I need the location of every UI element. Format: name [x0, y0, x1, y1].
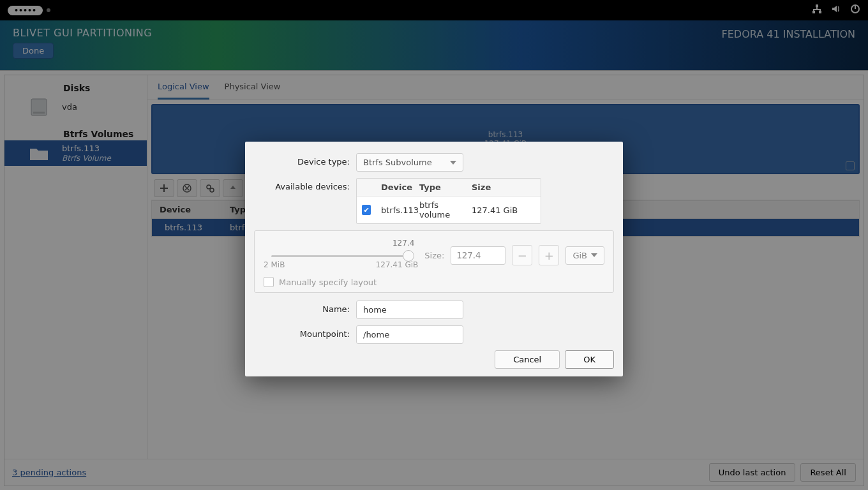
cancel-button[interactable]: Cancel: [495, 350, 560, 369]
device-type-label: Device type:: [254, 153, 356, 167]
available-devices-table: Device Type Size ✔ btrfs.113 btrfs volum…: [356, 178, 541, 224]
mountpoint-input[interactable]: [356, 325, 463, 344]
cell-size: 127.41 GiB: [467, 202, 541, 219]
size-decrement-button[interactable]: −: [512, 245, 532, 265]
column-header-device[interactable]: Device: [376, 179, 414, 196]
size-slider[interactable]: 127.4 2 MiB 127.41 GiB: [264, 240, 418, 271]
size-increment-button[interactable]: +: [539, 245, 559, 265]
device-type-value: Btrfs Subvolume: [363, 158, 432, 167]
size-panel: 127.4 2 MiB 127.41 GiB Size: − + GiB Man…: [254, 230, 614, 293]
manual-layout-label: Manually specify layout: [279, 278, 377, 287]
mountpoint-label: Mountpoint:: [254, 325, 356, 339]
ok-button[interactable]: OK: [565, 350, 614, 369]
slider-max-label: 127.41 GiB: [376, 260, 419, 269]
device-type-select[interactable]: Btrfs Subvolume: [356, 153, 463, 172]
modal-overlay: Device type: Btrfs Subvolume Available d…: [0, 0, 868, 490]
chevron-down-icon: [450, 161, 456, 165]
cell-device: btrfs.113: [376, 202, 414, 219]
column-header-type[interactable]: Type: [414, 179, 467, 196]
column-header-size[interactable]: Size: [467, 179, 541, 196]
size-unit-select[interactable]: GiB: [565, 246, 604, 265]
name-input[interactable]: [356, 301, 463, 319]
slider-current-value: 127.4: [393, 239, 414, 248]
available-devices-label: Available devices:: [254, 178, 356, 191]
name-label: Name:: [254, 301, 356, 314]
chevron-down-icon: [591, 253, 597, 257]
add-device-dialog: Device type: Btrfs Subvolume Available d…: [245, 142, 623, 376]
cell-type: btrfs volume: [414, 197, 467, 223]
device-checkbox[interactable]: ✔: [362, 205, 371, 215]
available-device-row[interactable]: ✔ btrfs.113 btrfs volume 127.41 GiB: [357, 197, 541, 223]
size-label: Size:: [424, 251, 444, 260]
manual-layout-checkbox[interactable]: [264, 277, 274, 287]
manual-layout-checkbox-row[interactable]: Manually specify layout: [264, 277, 604, 287]
size-unit-value: GiB: [572, 251, 587, 260]
slider-min-label: 2 MiB: [264, 260, 285, 269]
size-input[interactable]: [451, 246, 505, 265]
